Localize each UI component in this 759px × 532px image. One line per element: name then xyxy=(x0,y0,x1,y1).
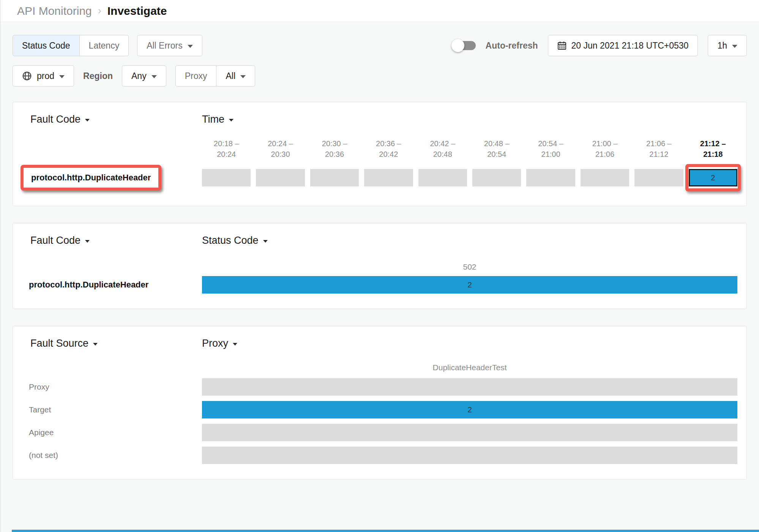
time-column-header: 20:18 –20:24 xyxy=(202,138,251,159)
chevron-down-icon xyxy=(732,45,737,48)
fault-code-dimension-dropdown[interactable]: Fault Code xyxy=(30,235,90,246)
time-cell[interactable] xyxy=(581,169,629,186)
tab-status-code[interactable]: Status Code xyxy=(13,35,80,56)
status-code-dimension-dropdown[interactable]: Status Code xyxy=(202,235,268,246)
proxy-column-header: DuplicateHeaderTest xyxy=(202,363,737,372)
chevron-down-icon xyxy=(240,75,246,78)
time-cell[interactable] xyxy=(472,169,521,186)
toolbar-right-group: Auto-refresh 20 Jun 2021 21:18 UTC+0530 … xyxy=(453,35,747,56)
datetime-value: 20 Jun 2021 21:18 UTC+0530 xyxy=(571,41,689,51)
globe-icon xyxy=(22,71,32,81)
fault-code-dimension-label: Fault Code xyxy=(30,114,80,125)
fault-code-time-panel: Fault Code Time 20:18 –20:24 20:24 –20:3… xyxy=(13,102,747,206)
status-code-column-header: 502 xyxy=(202,262,737,272)
fault-source-row-label: Target xyxy=(22,405,202,414)
toggle-knob xyxy=(451,39,464,52)
fault-source-proxy-panel: Fault Source Proxy DuplicateHeaderTest P… xyxy=(13,326,747,480)
chevron-down-icon xyxy=(85,240,90,243)
time-cell[interactable] xyxy=(364,169,413,186)
chevron-down-icon xyxy=(93,343,98,346)
proxy-filter-label: Proxy xyxy=(175,65,217,87)
time-column-header: 21:06 –21:12 xyxy=(634,138,683,159)
time-column-header: 20:54 –21:00 xyxy=(526,138,575,159)
chevron-down-icon xyxy=(188,45,193,48)
chevron-down-icon xyxy=(229,119,234,122)
errors-filter-dropdown[interactable]: All Errors xyxy=(137,35,202,56)
time-cell-selected[interactable]: 2 xyxy=(689,169,737,186)
fault-source-row-not-set: (not set) xyxy=(22,447,737,464)
datetime-picker-button[interactable]: 20 Jun 2021 21:18 UTC+0530 xyxy=(548,35,698,56)
time-column-header-current: 21:12 –21:18 xyxy=(689,138,737,159)
fault-source-row-target: Target 2 xyxy=(22,401,737,418)
time-cell[interactable] xyxy=(202,169,251,186)
toolbar-row-2: prod Region Any Proxy All xyxy=(13,65,747,87)
bottom-blue-strip xyxy=(12,530,759,532)
time-dimension-label: Time xyxy=(202,114,224,125)
target-bar[interactable]: 2 xyxy=(202,401,737,418)
api-monitoring-investigate-page: { "breadcrumb": { "parent": "API Monitor… xyxy=(0,0,759,532)
calendar-icon xyxy=(557,41,566,50)
apigee-bar[interactable] xyxy=(202,424,737,441)
time-cell[interactable] xyxy=(526,169,575,186)
panel-2-header: Fault Code Status Code xyxy=(22,235,737,246)
auto-refresh-label: Auto-refresh xyxy=(486,41,538,51)
proxy-filter-group: Proxy All xyxy=(175,65,255,87)
status-code-dimension-label: Status Code xyxy=(202,235,259,246)
time-cell[interactable] xyxy=(418,169,467,186)
panel-1-header: Fault Code Time xyxy=(22,114,737,125)
time-column-header: 20:48 –20:54 xyxy=(472,138,521,159)
fault-code-dimension-label: Fault Code xyxy=(30,235,80,246)
toolbar-row-1: Status Code Latency All Errors Auto-refr… xyxy=(13,35,747,56)
main-content: Status Code Latency All Errors Auto-refr… xyxy=(0,22,759,480)
page-title: Investigate xyxy=(107,5,167,17)
time-column-header: 20:42 –20:48 xyxy=(418,138,467,159)
time-column-headers: 20:18 –20:24 20:24 –20:30 20:30 –20:36 2… xyxy=(22,138,737,159)
status-code-bar[interactable]: 2 xyxy=(202,276,737,294)
fault-code-status-panel: Fault Code Status Code 502 protocol.http… xyxy=(13,223,747,309)
region-value: Any xyxy=(131,71,147,81)
proxy-bar[interactable] xyxy=(202,378,737,396)
time-range-dropdown[interactable]: 1h xyxy=(708,35,747,56)
chevron-down-icon xyxy=(263,240,268,243)
environment-value: prod xyxy=(37,71,54,81)
time-cell-selected-wrap: 2 xyxy=(689,169,737,186)
panel-3-header: Fault Source Proxy xyxy=(22,338,737,349)
breadcrumb-parent-link[interactable]: API Monitoring xyxy=(17,5,92,17)
fault-source-dimension-dropdown[interactable]: Fault Source xyxy=(30,338,98,349)
auto-refresh-toggle[interactable] xyxy=(453,41,476,50)
fault-code-dimension-dropdown[interactable]: Fault Code xyxy=(30,114,90,125)
time-cell[interactable] xyxy=(256,169,305,186)
tab-latency[interactable]: Latency xyxy=(80,35,129,56)
chevron-down-icon xyxy=(233,343,237,346)
fault-code-row-label: protocol.http.DuplicateHeader xyxy=(22,280,202,290)
time-column-header: 21:00 –21:06 xyxy=(581,138,629,159)
chevron-down-icon xyxy=(59,75,65,78)
proxy-filter-value: All xyxy=(226,71,235,81)
fault-source-row-label: (not set) xyxy=(22,451,202,460)
time-column-header: 20:30 –20:36 xyxy=(310,138,359,159)
fault-source-dimension-label: Fault Source xyxy=(30,338,88,349)
metric-tab-group: Status Code Latency xyxy=(13,35,129,56)
proxy-dimension-label: Proxy xyxy=(202,338,228,349)
time-range-value: 1h xyxy=(717,41,727,51)
fault-source-row-apigee: Apigee xyxy=(22,424,737,441)
time-dimension-dropdown[interactable]: Time xyxy=(202,114,234,125)
not-set-bar[interactable] xyxy=(202,447,737,464)
time-cell[interactable] xyxy=(310,169,359,186)
proxy-filter-dropdown[interactable]: All xyxy=(216,65,255,87)
fault-source-row-label: Apigee xyxy=(22,428,202,437)
environment-dropdown[interactable]: prod xyxy=(13,65,74,87)
region-label: Region xyxy=(83,71,113,81)
breadcrumb: API Monitoring › Investigate xyxy=(0,0,759,22)
proxy-dimension-dropdown[interactable]: Proxy xyxy=(202,338,237,349)
time-cell[interactable] xyxy=(634,169,683,186)
time-column-header: 20:24 –20:30 xyxy=(256,138,305,159)
fault-code-row-label-highlighted[interactable]: protocol.http.DuplicateHeader xyxy=(21,165,161,191)
fault-code-row: protocol.http.DuplicateHeader 2 xyxy=(22,165,737,191)
breadcrumb-separator-icon: › xyxy=(98,5,101,17)
fault-source-row-label: Proxy xyxy=(22,382,202,392)
toolbar-left-group: Status Code Latency All Errors xyxy=(13,35,202,56)
fault-code-row: protocol.http.DuplicateHeader 2 xyxy=(22,276,737,294)
chevron-down-icon xyxy=(85,119,90,122)
region-dropdown[interactable]: Any xyxy=(122,65,166,87)
